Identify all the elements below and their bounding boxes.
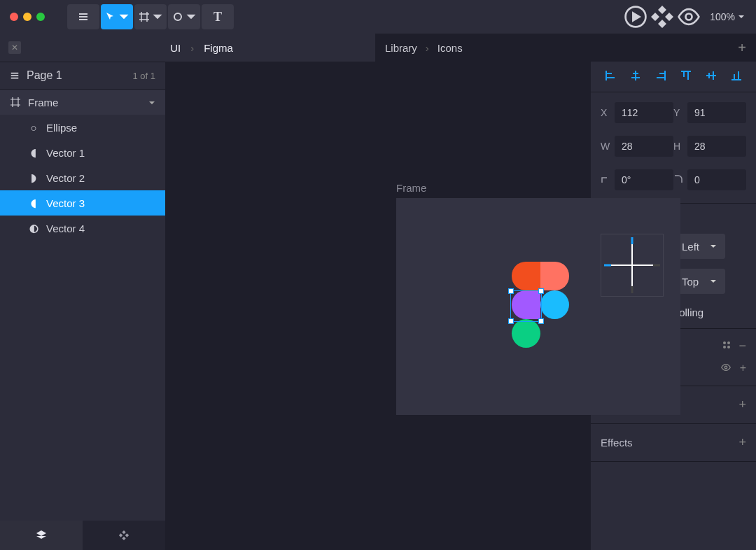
vector-icon: ○ bbox=[28, 122, 39, 134]
w-label: W bbox=[601, 141, 615, 152]
add-fill-icon[interactable]: + bbox=[740, 362, 746, 376]
icons-link[interactable]: Icons bbox=[438, 42, 463, 54]
x-input[interactable]: 112 bbox=[615, 102, 673, 123]
menu-tool[interactable] bbox=[67, 4, 99, 29]
page-selector[interactable]: Page 1 1 of 1 bbox=[0, 62, 165, 90]
layer-label: Vector 1 bbox=[46, 147, 85, 159]
layer-label: Vector 3 bbox=[46, 197, 85, 209]
align-tools bbox=[591, 62, 756, 92]
rotation-input[interactable]: 0° bbox=[615, 169, 673, 190]
radius-icon bbox=[673, 174, 687, 186]
play-icon[interactable] bbox=[623, 4, 648, 29]
ellipse[interactable] bbox=[540, 290, 569, 319]
components-icon[interactable] bbox=[650, 4, 675, 29]
resize-handle[interactable] bbox=[538, 288, 544, 294]
align-center-h-icon[interactable] bbox=[629, 69, 642, 84]
breadcrumb-project[interactable]: UI bbox=[170, 42, 181, 54]
window-controls bbox=[10, 13, 45, 21]
library-link[interactable]: Library bbox=[385, 42, 417, 54]
page-count: 1 of 1 bbox=[132, 71, 155, 81]
radius-input[interactable]: 0 bbox=[687, 169, 746, 190]
layer-item[interactable]: ◖Vector 1 bbox=[0, 140, 165, 165]
y-input[interactable]: 91 bbox=[687, 102, 746, 123]
zoom-level[interactable]: 100% bbox=[710, 11, 745, 22]
svg-point-0 bbox=[174, 13, 181, 20]
breadcrumb: UI › Figma bbox=[28, 42, 375, 54]
vector-1[interactable] bbox=[512, 262, 540, 290]
rotation-icon bbox=[601, 174, 615, 186]
move-tool[interactable] bbox=[101, 4, 133, 29]
layer-item[interactable]: ◗Vector 2 bbox=[0, 165, 165, 190]
remove-fill-icon[interactable]: − bbox=[738, 339, 746, 353]
selection-outline bbox=[510, 290, 542, 322]
svg-point-7 bbox=[724, 366, 727, 369]
file-tab[interactable]: ✕ UI › Figma bbox=[0, 34, 375, 62]
vector-icon: ◖ bbox=[28, 197, 39, 209]
frame-icon bbox=[10, 97, 21, 107]
transform-properties: X 112 Y 91 W 28 H 28 0° 0 bbox=[591, 92, 756, 204]
shape-tool[interactable] bbox=[168, 4, 200, 29]
layer-label: Ellipse bbox=[46, 122, 77, 134]
assets-tab[interactable] bbox=[83, 521, 165, 550]
add-stroke-icon[interactable]: + bbox=[738, 397, 746, 412]
tabs-row: ✕ UI › Figma Library › Icons + bbox=[0, 34, 756, 62]
minimize-window-icon[interactable] bbox=[23, 13, 31, 21]
resize-handle[interactable] bbox=[538, 318, 544, 324]
frame-tool[interactable] bbox=[134, 4, 167, 29]
align-top-icon[interactable] bbox=[680, 69, 692, 84]
effects-section[interactable]: Effects + bbox=[591, 424, 756, 462]
vector-2[interactable] bbox=[540, 262, 569, 290]
toolbar: T 100% bbox=[0, 0, 756, 34]
style-icon[interactable] bbox=[722, 339, 732, 353]
layer-item[interactable]: ◐Vector 4 bbox=[0, 216, 165, 241]
vector-icon: ◗ bbox=[28, 171, 39, 184]
svg-point-2 bbox=[686, 14, 692, 20]
preview-icon[interactable] bbox=[676, 4, 701, 29]
chevron-right-icon: › bbox=[426, 42, 429, 54]
vector-4[interactable] bbox=[512, 319, 540, 348]
svg-point-6 bbox=[727, 346, 730, 348]
page-title: Page 1 bbox=[27, 69, 62, 82]
effects-title: Effects bbox=[601, 437, 633, 449]
height-input[interactable]: 28 bbox=[687, 136, 746, 157]
align-bottom-icon[interactable] bbox=[730, 69, 743, 84]
width-input[interactable]: 28 bbox=[615, 136, 673, 157]
align-right-icon[interactable] bbox=[654, 69, 667, 84]
canvas[interactable]: Frame bbox=[165, 62, 591, 550]
layer-frame[interactable]: Frame bbox=[0, 90, 165, 115]
vector-icon: ◖ bbox=[28, 146, 39, 159]
chevron-down-icon bbox=[148, 97, 155, 108]
layer-item[interactable]: ○Ellipse bbox=[0, 115, 165, 140]
y-label: Y bbox=[673, 107, 687, 118]
svg-point-5 bbox=[723, 346, 726, 348]
constraint-v-select[interactable]: Top bbox=[673, 269, 725, 294]
close-tab-icon[interactable]: ✕ bbox=[8, 41, 21, 54]
chevron-right-icon: › bbox=[190, 42, 194, 54]
visibility-icon[interactable] bbox=[720, 362, 732, 376]
layer-item[interactable]: ◖Vector 3 bbox=[0, 190, 165, 216]
frame-label[interactable]: Frame bbox=[396, 182, 426, 194]
add-effect-icon[interactable]: + bbox=[738, 435, 746, 450]
align-center-v-icon[interactable] bbox=[705, 69, 718, 84]
layer-label: Frame bbox=[28, 97, 58, 108]
x-label: X bbox=[601, 107, 615, 118]
vector-icon: ◐ bbox=[28, 222, 39, 234]
layer-label: Vector 2 bbox=[46, 172, 85, 184]
h-label: H bbox=[673, 141, 687, 152]
layers-panel: Page 1 1 of 1 Frame ○Ellipse◖Vector 1◗Ve… bbox=[0, 62, 165, 550]
constraint-h-select[interactable]: Left bbox=[673, 234, 725, 259]
panel-footer bbox=[0, 521, 165, 550]
resize-handle[interactable] bbox=[508, 288, 514, 294]
svg-point-4 bbox=[727, 341, 730, 344]
breadcrumb-file[interactable]: Figma bbox=[204, 42, 233, 54]
maximize-window-icon[interactable] bbox=[36, 13, 45, 21]
align-left-icon[interactable] bbox=[604, 69, 617, 84]
layers-tab[interactable] bbox=[0, 521, 83, 550]
library-tab: Library › Icons + bbox=[375, 34, 756, 62]
constraint-widget[interactable] bbox=[601, 234, 664, 297]
close-window-icon[interactable] bbox=[10, 13, 18, 21]
text-tool[interactable]: T bbox=[202, 4, 234, 29]
svg-point-3 bbox=[723, 341, 726, 344]
new-tab-icon[interactable]: + bbox=[738, 40, 746, 56]
resize-handle[interactable] bbox=[508, 318, 514, 324]
